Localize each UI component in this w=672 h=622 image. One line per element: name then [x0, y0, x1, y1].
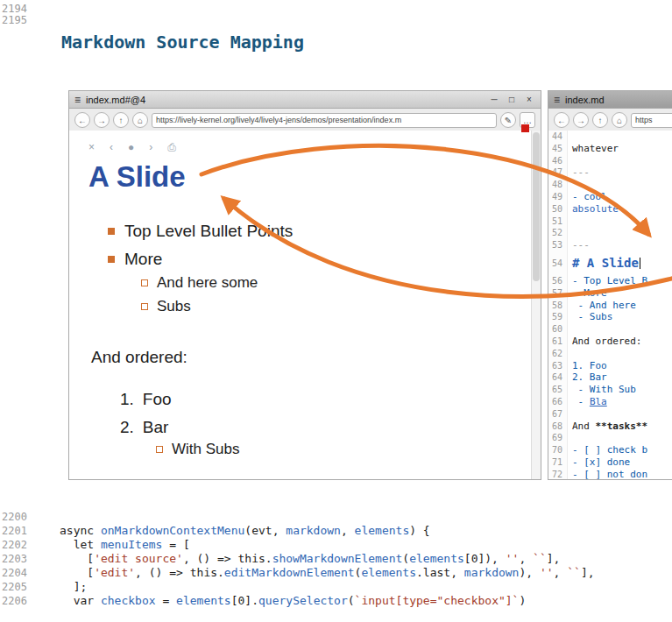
code-text[interactable]	[568, 408, 572, 421]
forward-button[interactable]: →	[94, 112, 110, 128]
code-line[interactable]: 54# A Slide	[548, 251, 672, 275]
code-line[interactable]: 69	[548, 432, 672, 444]
code-text[interactable]	[568, 179, 572, 191]
code-text[interactable]: ['edit', () => this.editMarkdownElement(…	[60, 566, 595, 580]
up-button[interactable]: ↑	[113, 112, 129, 128]
code-line[interactable]: 59 - Subs	[548, 311, 672, 323]
prev-slide-icon[interactable]: ‹	[110, 141, 113, 153]
code-text[interactable]: - Subs	[568, 311, 612, 323]
code-text[interactable]: ---	[568, 239, 590, 251]
close-button[interactable]: ×	[523, 95, 535, 104]
code-text[interactable]: ---	[568, 166, 590, 179]
code-text[interactable]: - Top Level B	[568, 275, 647, 287]
code-text[interactable]: And **tasks**	[568, 421, 647, 433]
code-text[interactable]: - [ ] not don	[568, 469, 647, 479]
code-line[interactable]: 62	[548, 348, 672, 360]
code-line[interactable]: 51	[548, 216, 672, 228]
code-line[interactable]: 642. Bar	[548, 371, 672, 384]
code-line[interactable]: 2201async onMarkdownContextMenu(evt, mar…	[0, 524, 672, 538]
code-line[interactable]: 58 - And here	[548, 300, 672, 312]
print-icon[interactable]: ⎙	[167, 141, 176, 153]
code-text[interactable]: ];	[60, 580, 87, 594]
scrollbar[interactable]	[531, 131, 541, 479]
code-text[interactable]: async onMarkdownContextMenu(evt, markdow…	[60, 524, 430, 538]
line-number: 56	[548, 275, 568, 287]
back-button[interactable]: ←	[74, 112, 90, 128]
code-text[interactable]: - cool	[568, 191, 607, 203]
code-line[interactable]: 56- Top Level B	[548, 275, 672, 287]
code-text[interactable]: let menuItems = [	[60, 538, 190, 552]
url-input[interactable]	[152, 113, 497, 128]
source-code-listing[interactable]: 22002201async onMarkdownContextMenu(evt,…	[0, 510, 672, 608]
back-button[interactable]: ←	[554, 112, 569, 128]
close-icon[interactable]: ×	[88, 141, 95, 153]
code-line[interactable]: 2203 ['edit source', () => this.showMark…	[0, 552, 672, 566]
code-line[interactable]: 49- cool	[548, 191, 672, 203]
code-line[interactable]: 65 - With Sub	[548, 384, 672, 396]
code-text[interactable]: whatever	[568, 143, 619, 155]
code-line[interactable]: 2202 let menuItems = [	[0, 538, 672, 552]
code-line[interactable]: 2205 ];	[0, 580, 672, 594]
menu-icon[interactable]: ≡	[74, 94, 81, 106]
code-line[interactable]: 57- More	[548, 287, 672, 300]
code-line[interactable]: 53---	[548, 239, 672, 251]
code-text[interactable]	[568, 216, 572, 228]
code-text[interactable]: - More	[568, 287, 607, 300]
slide-dot-icon[interactable]: ●	[128, 141, 134, 153]
forward-button[interactable]: →	[573, 112, 589, 128]
code-line[interactable]: 2206 var checkbox = elements[0].querySel…	[0, 594, 672, 608]
code-text[interactable]: - [ ] check b	[568, 444, 647, 456]
code-line[interactable]: 2204 ['edit', () => this.editMarkdownEle…	[0, 566, 672, 580]
code-line[interactable]: 50absolute	[548, 203, 672, 216]
code-text[interactable]	[568, 323, 572, 336]
code-text[interactable]: ['edit source', () => this.showMarkdownE…	[60, 552, 560, 566]
minimize-button[interactable]: ─	[488, 95, 500, 104]
code-text[interactable]	[568, 348, 572, 360]
next-slide-icon[interactable]: ›	[149, 141, 152, 153]
paragraph: And ordered:	[91, 348, 187, 367]
up-button[interactable]: ↑	[592, 112, 608, 128]
menu-icon[interactable]: ≡	[554, 94, 560, 106]
code-line[interactable]: 52	[548, 227, 672, 239]
code-line[interactable]: 2200	[0, 510, 672, 524]
code-text[interactable]: - With Sub	[568, 384, 636, 396]
home-button[interactable]: ⌂	[612, 112, 627, 128]
code-text[interactable]: 1. Foo	[568, 360, 607, 372]
code-line[interactable]: 70- [ ] check b	[548, 444, 672, 456]
code-line[interactable]: 45whatever	[548, 143, 672, 155]
window-titlebar[interactable]: ≡ index.md	[548, 91, 672, 109]
code-line[interactable]: 68And **tasks**	[548, 421, 672, 433]
code-line[interactable]: 46	[548, 155, 672, 167]
code-text[interactable]: 2. Bar	[568, 371, 607, 384]
code-text[interactable]	[568, 131, 572, 143]
code-line[interactable]: 60	[548, 323, 672, 336]
code-text[interactable]	[568, 432, 572, 444]
code-line[interactable]: 47---	[548, 166, 672, 179]
code-text[interactable]: absolute	[568, 203, 619, 216]
code-line[interactable]: 44	[548, 131, 672, 143]
code-line[interactable]: 631. Foo	[548, 360, 672, 372]
code-line[interactable]: 48	[548, 179, 672, 191]
code-text[interactable]	[568, 227, 572, 239]
code-text[interactable]: - [x] done	[568, 456, 630, 469]
code-line[interactable]: 61And ordered:	[548, 336, 672, 348]
code-text[interactable]: And ordered:	[568, 336, 641, 348]
edit-pencil-button[interactable]: ✎	[500, 112, 516, 128]
code-text[interactable]: - Bla	[568, 396, 607, 408]
markdown-source-editor[interactable]: 4445whatever4647---4849- cool50absolute5…	[548, 131, 672, 479]
code-text[interactable]	[568, 155, 572, 167]
scrollbar-thumb[interactable]	[533, 132, 540, 281]
code-line[interactable]: 72- [ ] not don	[548, 469, 672, 479]
maximize-button[interactable]: □	[506, 95, 518, 104]
url-input[interactable]	[631, 113, 672, 128]
code-text[interactable]: - And here	[568, 300, 636, 312]
home-button[interactable]: ⌂	[132, 112, 148, 128]
code-text[interactable]: var checkbox = elements[0].querySelector…	[60, 594, 526, 608]
line-number: 2205	[0, 580, 30, 594]
window-titlebar[interactable]: ≡ index.md#@4 ─ □ ×	[69, 91, 541, 109]
code-line[interactable]: 67	[548, 408, 672, 421]
code-text[interactable]: # A Slide	[568, 251, 640, 275]
line-number: 49	[548, 191, 568, 203]
code-line[interactable]: 66 - Bla	[548, 396, 672, 408]
code-line[interactable]: 71- [x] done	[548, 456, 672, 469]
